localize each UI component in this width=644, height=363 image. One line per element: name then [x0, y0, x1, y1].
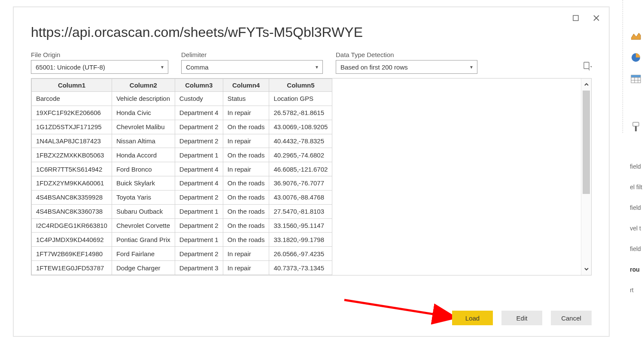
table-cell: 40.4432,-78.8325	[269, 134, 332, 148]
table-cell: Department 2	[175, 247, 223, 261]
panel-label: field	[630, 163, 642, 170]
dialog-buttons: Load Edit Cancel	[452, 311, 592, 325]
table-cell: Department 4	[175, 176, 223, 191]
table-cell: Chevrolet Corvette	[112, 218, 175, 233]
table-row[interactable]: 4S4BSANC8K3360738Subaru OutbackDepartmen…	[32, 204, 332, 218]
table-row[interactable]: 1C6RR7TT5KS614942Ford BroncoDepartment 4…	[32, 162, 332, 176]
format-paint-icon[interactable]	[630, 121, 642, 133]
table-cell: 4S4BSANC8K3360738	[32, 204, 112, 218]
chevron-down-icon: ▼	[315, 65, 319, 70]
table-cell: Department 3	[175, 261, 223, 275]
table-cell: 1FDZX2YM9KKA60061	[32, 176, 112, 191]
table-cell: 1C4PJMDX9KD440692	[32, 233, 112, 247]
column-header[interactable]: Column3	[175, 79, 223, 92]
cancel-button[interactable]: Cancel	[551, 311, 592, 325]
table-row[interactable]: 1FBZX2ZMXKKB05063Honda AccordDepartment …	[32, 148, 332, 162]
table-cell: Barcode	[32, 92, 112, 106]
column-header[interactable]: Column1	[32, 79, 112, 92]
table-cell: Subaru Outback	[112, 204, 175, 218]
svg-line-6	[344, 300, 452, 317]
chevron-down-icon: ▼	[160, 65, 164, 70]
table-cell: Department 4	[175, 162, 223, 176]
pie-chart-icon[interactable]	[630, 51, 642, 64]
table-cell: On the roads	[223, 204, 269, 218]
table-cell: 26.5782,-81.8615	[269, 106, 332, 120]
table-cell: Pontiac Grand Prix	[112, 233, 175, 247]
table-row[interactable]: 4S4BSANC8K3359928Toyota YarisDepartment …	[32, 190, 332, 204]
table-row[interactable]: 1C4PJMDX9KD440692Pontiac Grand PrixDepar…	[32, 233, 332, 247]
edit-button[interactable]: Edit	[501, 311, 542, 325]
column-header[interactable]: Column4	[223, 79, 269, 92]
table-cell: I2C4RDGEG1KR663810	[32, 218, 112, 233]
table-cell: Chevrolet Malibu	[112, 120, 175, 134]
file-origin-group: File Origin 65001: Unicode (UTF-8) ▼	[31, 51, 168, 74]
detection-dropdown[interactable]: Based on first 200 rows ▼	[336, 60, 477, 74]
svg-rect-13	[631, 75, 641, 77]
table-cell: In repair	[223, 106, 269, 120]
file-origin-dropdown[interactable]: 65001: Unicode (UTF-8) ▼	[31, 60, 168, 74]
table-cell: On the roads	[223, 218, 269, 233]
table-cell: Honda Civic	[112, 106, 175, 120]
panel-label: vel t	[630, 225, 642, 232]
table-cell: Department 4	[175, 106, 223, 120]
table-cell: Honda Accord	[112, 148, 175, 162]
table-cell: 1FTEW1EG0JFD53787	[32, 261, 112, 275]
table-cell: Department 1	[175, 204, 223, 218]
options-row: File Origin 65001: Unicode (UTF-8) ▼ Del…	[31, 51, 592, 74]
column-header[interactable]: Column2	[112, 79, 175, 92]
table-cell: In repair	[223, 261, 269, 275]
table-row[interactable]: I2C4RDGEG1KR663810Chevrolet CorvetteDepa…	[32, 218, 332, 233]
refresh-icon[interactable]	[583, 61, 592, 72]
right-panel-labels: field el filt field vel t field rou rt	[630, 163, 642, 293]
scroll-up-arrow[interactable]	[581, 79, 591, 91]
table-cell: Department 2	[175, 134, 223, 148]
detection-value: Based on first 200 rows	[340, 64, 408, 71]
table-cell: 1C6RR7TT5KS614942	[32, 162, 112, 176]
panel-label: el filt	[630, 184, 642, 191]
table-cell: 33.1560,-95.1147	[269, 218, 332, 233]
table-cell: Nissan Altima	[112, 134, 175, 148]
preview-table-container: Column1Column2Column3Column4Column5 Barc…	[31, 78, 592, 275]
vertical-scrollbar[interactable]	[581, 79, 591, 275]
svg-rect-15	[635, 126, 637, 131]
file-origin-label: File Origin	[31, 51, 168, 58]
table-cell: 33.1820,-99.1798	[269, 233, 332, 247]
delimiter-group: Delimiter Comma ▼	[181, 51, 323, 74]
table-row[interactable]: BarcodeVehicle descriptionCustodyStatusL…	[32, 92, 332, 106]
table-cell: 40.2965,-74.6802	[269, 148, 332, 162]
table-cell: Department 1	[175, 233, 223, 247]
table-cell: In repair	[223, 134, 269, 148]
table-cell: Department 2	[175, 218, 223, 233]
dialog-title: https://api.orcascan.com/sheets/wFYTs-M5…	[31, 24, 592, 40]
delimiter-value: Comma	[186, 64, 209, 71]
table-cell: On the roads	[223, 176, 269, 191]
table-row[interactable]: 1FT7W2B69KEF14980Ford FairlaneDepartment…	[32, 247, 332, 261]
table-row[interactable]: 1FTEW1EG0JFD53787Dodge ChargerDepartment…	[32, 261, 332, 275]
table-cell: Vehicle description	[112, 92, 175, 106]
table-cell: Toyota Yaris	[112, 190, 175, 204]
scroll-down-arrow[interactable]	[581, 263, 591, 275]
maximize-button[interactable]	[572, 14, 580, 22]
table-icon[interactable]	[630, 73, 642, 85]
table-row[interactable]: 1N4AL3AP8JC187423Nissan AltimaDepartment…	[32, 134, 332, 148]
table-cell: On the roads	[223, 148, 269, 162]
scroll-track[interactable]	[581, 91, 591, 263]
table-row[interactable]: 19XFC1F92KE206606Honda CivicDepartment 4…	[32, 106, 332, 120]
area-chart-icon[interactable]	[630, 30, 642, 42]
delimiter-label: Delimiter	[181, 51, 323, 58]
delimiter-dropdown[interactable]: Comma ▼	[181, 60, 323, 74]
table-cell: 40.7373,-73.1345	[269, 261, 332, 275]
table-cell: 19XFC1F92KE206606	[32, 106, 112, 120]
table-cell: Department 1	[175, 148, 223, 162]
chevron-down-icon: ▼	[469, 65, 474, 70]
table-cell: Location GPS	[269, 92, 332, 106]
table-row[interactable]: 1G1ZD5STXJF171295Chevrolet MalibuDepartm…	[32, 120, 332, 134]
svg-rect-0	[573, 15, 578, 21]
table-row[interactable]: 1FDZX2YM9KKA60061Buick SkylarkDepartment…	[32, 176, 332, 191]
scroll-thumb[interactable]	[583, 91, 590, 194]
panel-label: rt	[630, 287, 642, 293]
load-button[interactable]: Load	[452, 311, 493, 325]
table-cell: 4S4BSANC8K3359928	[32, 190, 112, 204]
column-header[interactable]: Column5	[269, 79, 332, 92]
close-button[interactable]	[592, 14, 600, 22]
